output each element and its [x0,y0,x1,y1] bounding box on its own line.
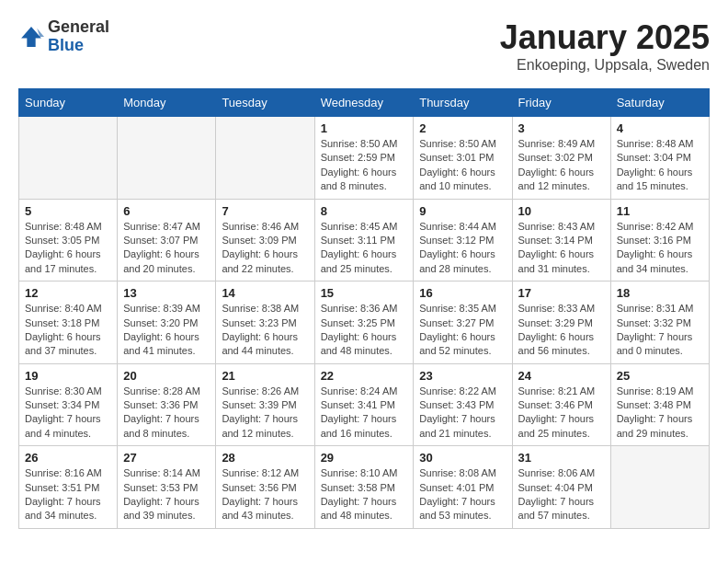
title-block: January 2025 Enkoeping, Uppsala, Sweden [500,18,710,74]
calendar-cell [118,117,216,200]
day-info: Sunrise: 8:50 AMSunset: 3:01 PMDaylight:… [419,137,506,194]
calendar-cell [216,117,314,200]
day-info: Sunrise: 8:49 AMSunset: 3:02 PMDaylight:… [518,137,605,194]
week-row-2: 5Sunrise: 8:48 AMSunset: 3:05 PMDaylight… [19,199,710,282]
day-number: 14 [222,286,308,300]
day-number: 21 [222,369,308,383]
calendar-cell: 1Sunrise: 8:50 AMSunset: 2:59 PMDaylight… [314,117,414,200]
calendar-cell: 13Sunrise: 8:39 AMSunset: 3:20 PMDayligh… [118,282,216,364]
calendar-cell: 9Sunrise: 8:44 AMSunset: 3:12 PMDaylight… [414,199,512,282]
logo: General Blue [18,18,109,55]
week-row-1: 1Sunrise: 8:50 AMSunset: 2:59 PMDaylight… [19,117,710,200]
day-header-sunday: Sunday [19,89,118,117]
day-number: 28 [222,451,308,465]
location: Enkoeping, Uppsala, Sweden [500,57,710,74]
calendar-cell: 6Sunrise: 8:47 AMSunset: 3:07 PMDaylight… [118,199,216,282]
calendar-cell: 18Sunrise: 8:31 AMSunset: 3:32 PMDayligh… [610,282,709,364]
week-row-4: 19Sunrise: 8:30 AMSunset: 3:34 PMDayligh… [19,363,710,446]
month-title: January 2025 [500,18,710,57]
calendar-cell: 25Sunrise: 8:19 AMSunset: 3:48 PMDayligh… [610,363,709,446]
day-number: 31 [518,451,605,465]
day-info: Sunrise: 8:10 AMSunset: 3:58 PMDaylight:… [321,466,408,523]
calendar-cell: 14Sunrise: 8:38 AMSunset: 3:23 PMDayligh… [216,282,314,364]
day-info: Sunrise: 8:40 AMSunset: 3:18 PMDaylight:… [25,302,111,359]
day-header-wednesday: Wednesday [314,89,414,117]
day-number: 10 [518,204,605,218]
day-number: 4 [617,121,703,135]
calendar-cell: 7Sunrise: 8:46 AMSunset: 3:09 PMDaylight… [216,199,314,282]
day-number: 5 [25,204,111,218]
calendar-cell: 4Sunrise: 8:48 AMSunset: 3:04 PMDaylight… [610,117,709,200]
day-info: Sunrise: 8:44 AMSunset: 3:12 PMDaylight:… [419,220,506,277]
day-info: Sunrise: 8:45 AMSunset: 3:11 PMDaylight:… [321,220,408,277]
day-number: 25 [617,369,703,383]
day-number: 1 [321,121,408,135]
calendar-cell: 3Sunrise: 8:49 AMSunset: 3:02 PMDaylight… [512,117,610,200]
day-header-friday: Friday [512,89,610,117]
calendar-cell: 15Sunrise: 8:36 AMSunset: 3:25 PMDayligh… [314,282,414,364]
calendar-cell: 31Sunrise: 8:06 AMSunset: 4:04 PMDayligh… [512,446,610,529]
day-number: 12 [25,286,111,300]
day-number: 24 [518,369,605,383]
logo-text: General Blue [48,18,109,55]
day-info: Sunrise: 8:28 AMSunset: 3:36 PMDaylight:… [123,385,210,442]
page-header: General Blue January 2025 Enkoeping, Upp… [18,18,710,74]
day-info: Sunrise: 8:14 AMSunset: 3:53 PMDaylight:… [123,466,210,523]
calendar-cell: 5Sunrise: 8:48 AMSunset: 3:05 PMDaylight… [19,199,118,282]
calendar-cell: 27Sunrise: 8:14 AMSunset: 3:53 PMDayligh… [118,446,216,529]
day-number: 30 [419,451,506,465]
calendar-cell: 17Sunrise: 8:33 AMSunset: 3:29 PMDayligh… [512,282,610,364]
day-number: 27 [123,451,210,465]
calendar-cell [610,446,709,529]
day-info: Sunrise: 8:39 AMSunset: 3:20 PMDaylight:… [123,302,210,359]
day-number: 26 [25,451,111,465]
day-header-monday: Monday [118,89,216,117]
day-info: Sunrise: 8:21 AMSunset: 3:46 PMDaylight:… [518,385,605,442]
calendar-cell: 19Sunrise: 8:30 AMSunset: 3:34 PMDayligh… [19,363,118,446]
day-info: Sunrise: 8:30 AMSunset: 3:34 PMDaylight:… [25,385,111,442]
calendar-cell: 24Sunrise: 8:21 AMSunset: 3:46 PMDayligh… [512,363,610,446]
calendar-cell: 20Sunrise: 8:28 AMSunset: 3:36 PMDayligh… [118,363,216,446]
day-number: 23 [419,369,506,383]
day-number: 16 [419,286,506,300]
week-row-5: 26Sunrise: 8:16 AMSunset: 3:51 PMDayligh… [19,446,710,529]
logo-icon [18,24,44,50]
day-info: Sunrise: 8:48 AMSunset: 3:05 PMDaylight:… [25,220,111,277]
day-info: Sunrise: 8:42 AMSunset: 3:16 PMDaylight:… [617,220,703,277]
calendar-cell [19,117,118,200]
day-number: 11 [617,204,703,218]
day-info: Sunrise: 8:12 AMSunset: 3:56 PMDaylight:… [222,466,308,523]
day-header-saturday: Saturday [610,89,709,117]
calendar-cell: 16Sunrise: 8:35 AMSunset: 3:27 PMDayligh… [414,282,512,364]
day-number: 7 [222,204,308,218]
calendar-cell: 2Sunrise: 8:50 AMSunset: 3:01 PMDaylight… [414,117,512,200]
logo-general-text: General [48,18,109,37]
calendar-cell: 11Sunrise: 8:42 AMSunset: 3:16 PMDayligh… [610,199,709,282]
day-info: Sunrise: 8:33 AMSunset: 3:29 PMDaylight:… [518,302,605,359]
calendar-cell: 26Sunrise: 8:16 AMSunset: 3:51 PMDayligh… [19,446,118,529]
calendar-cell: 21Sunrise: 8:26 AMSunset: 3:39 PMDayligh… [216,363,314,446]
day-number: 15 [321,286,408,300]
calendar-cell: 29Sunrise: 8:10 AMSunset: 3:58 PMDayligh… [314,446,414,529]
week-row-3: 12Sunrise: 8:40 AMSunset: 3:18 PMDayligh… [19,282,710,364]
day-info: Sunrise: 8:38 AMSunset: 3:23 PMDaylight:… [222,302,308,359]
day-info: Sunrise: 8:16 AMSunset: 3:51 PMDaylight:… [25,466,111,523]
day-info: Sunrise: 8:43 AMSunset: 3:14 PMDaylight:… [518,220,605,277]
calendar-cell: 23Sunrise: 8:22 AMSunset: 3:43 PMDayligh… [414,363,512,446]
calendar-cell: 10Sunrise: 8:43 AMSunset: 3:14 PMDayligh… [512,199,610,282]
day-info: Sunrise: 8:08 AMSunset: 4:01 PMDaylight:… [419,466,506,523]
day-number: 3 [518,121,605,135]
day-info: Sunrise: 8:22 AMSunset: 3:43 PMDaylight:… [419,385,506,442]
calendar-table: SundayMondayTuesdayWednesdayThursdayFrid… [18,88,710,529]
day-number: 19 [25,369,111,383]
day-info: Sunrise: 8:31 AMSunset: 3:32 PMDaylight:… [617,302,703,359]
day-number: 9 [419,204,506,218]
calendar-cell: 22Sunrise: 8:24 AMSunset: 3:41 PMDayligh… [314,363,414,446]
day-info: Sunrise: 8:35 AMSunset: 3:27 PMDaylight:… [419,302,506,359]
day-info: Sunrise: 8:48 AMSunset: 3:04 PMDaylight:… [617,137,703,194]
day-number: 17 [518,286,605,300]
day-number: 20 [123,369,210,383]
day-info: Sunrise: 8:46 AMSunset: 3:09 PMDaylight:… [222,220,308,277]
day-number: 29 [321,451,408,465]
day-info: Sunrise: 8:06 AMSunset: 4:04 PMDaylight:… [518,466,605,523]
